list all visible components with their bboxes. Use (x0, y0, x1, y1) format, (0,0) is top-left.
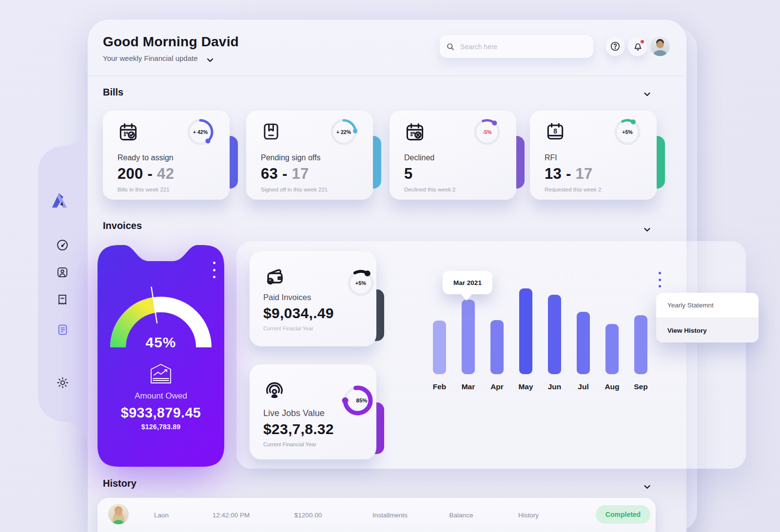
row-name: Laon (154, 498, 169, 532)
card-amount: $9,034,.49 (263, 305, 334, 322)
help-button[interactable] (605, 37, 625, 56)
bar-column-apr: Apr (483, 320, 511, 391)
amount-owed-label: Amount Owed (98, 391, 224, 401)
question-icon (610, 41, 621, 52)
card-footnote: Signed off in this week 221 (261, 187, 328, 192)
menu-item-view-history[interactable]: View History (656, 318, 759, 342)
gauge-percent: 45% (98, 334, 224, 351)
amount-owed-card[interactable]: 45% Amount Owed $933,879.45 $126,783.89 (98, 245, 224, 467)
speedometer-icon (56, 239, 69, 251)
row-avatar (108, 504, 129, 524)
amount-owed-value: $933,879.45 (98, 405, 224, 421)
menu-item-yearly-statement[interactable]: Yearly Statemnt (656, 293, 759, 318)
bar-column-sep: Sep (626, 315, 655, 391)
card-value: 200 - 42 (117, 165, 174, 183)
card-footnote: Current Financial Year (263, 441, 316, 447)
percent-badge: -5% (473, 118, 501, 146)
bar-column-jul: Jul (569, 312, 598, 391)
card-footnote: Requested this week 2 (545, 187, 601, 192)
phone-card-shape (98, 245, 224, 467)
chart-kebab-menu[interactable] (655, 272, 664, 287)
sidebar-item-contacts[interactable] (52, 262, 73, 283)
status-badge: Completed (596, 505, 650, 524)
bar-label-mar: Mar (462, 382, 475, 391)
history-table-row[interactable]: Laon 12:42:00 PM $1200.00 Installments B… (98, 498, 656, 532)
bar-jun[interactable] (548, 295, 561, 374)
subtitle-dropdown[interactable] (207, 56, 214, 64)
page-title: Good Morning David (103, 34, 239, 50)
bar-label-aug: Aug (604, 382, 619, 391)
sidebar-item-receipts[interactable] (52, 289, 73, 310)
calendar-8-icon: 8 (545, 121, 566, 145)
calendar-x-icon (404, 121, 426, 145)
bar-jul[interactable] (577, 312, 590, 374)
bar-label-jun: Jun (548, 382, 562, 391)
bar-column-jun: Jun (540, 295, 569, 391)
amount-owed-secondary: $126,783.89 (98, 423, 224, 431)
page-subtitle: Your weekly Financial update (103, 54, 198, 62)
bar-column-may: May (511, 288, 540, 391)
logo-icon (49, 190, 70, 211)
sidebar-item-settings[interactable] (52, 372, 73, 393)
bar-may[interactable] (519, 288, 532, 374)
book-bookmark-icon (261, 121, 281, 144)
card-title: Ready to assign (117, 153, 174, 162)
bar-feb[interactable] (433, 321, 446, 374)
bar-column-aug: Aug (598, 324, 626, 391)
receipt-icon (56, 293, 69, 306)
card-footnote: Bills in this week 221 (117, 187, 170, 192)
bar-aug[interactable] (605, 324, 619, 374)
card-title: Live Jobs Value (263, 408, 325, 418)
bills-collapse-button[interactable] (644, 90, 651, 98)
bar-apr[interactable] (490, 320, 504, 374)
live-jobs-value-card[interactable]: 85% Live Jobs Value $23,7,8.32 Current F… (250, 364, 376, 459)
kebab-menu-icon[interactable] (213, 262, 215, 278)
chart-tooltip-pointer (460, 293, 473, 301)
chevron-down-icon (207, 58, 214, 62)
paid-invoices-card[interactable]: +5% Paid Invoices $9,034,.49 Current Fin… (250, 251, 376, 346)
live-broadcast-icon (263, 381, 286, 405)
invoices-collapse-button[interactable] (644, 225, 651, 234)
card-title: Declined (404, 153, 434, 162)
calendar-check-icon (117, 121, 139, 145)
app-root: Good Morning David Your weekly Financial… (0, 0, 780, 532)
card-value: 5 (404, 165, 413, 183)
notification-dot (641, 40, 644, 43)
section-title-invoices: Invoices (103, 220, 142, 231)
sidebar-curve-bottom (62, 421, 88, 447)
bar-sep[interactable] (634, 315, 647, 374)
avatar-woman-image (108, 504, 129, 524)
bill-card-pending-sign-offs[interactable]: + 22% Pending sign offs 63 - 17 Signed o… (246, 111, 373, 200)
bar-label-jul: Jul (578, 382, 588, 391)
user-avatar[interactable] (650, 37, 670, 56)
notepad-icon (56, 323, 69, 336)
sidebar-item-dashboard[interactable] (52, 234, 73, 256)
avatar-man-image (650, 37, 670, 56)
wallet-check-icon (263, 265, 287, 290)
percent-badge: +5% (347, 269, 374, 297)
history-collapse-button[interactable] (644, 482, 651, 491)
bill-card-ready-to-assign[interactable]: + 42% Ready to assign 200 - 42 Bills in … (103, 111, 230, 200)
card-footnote: Declined this week 2 (404, 187, 455, 192)
card-title: Paid Invoices (263, 293, 311, 302)
bill-card-declined[interactable]: -5% Declined 5 Declined this week 2 (390, 111, 516, 200)
card-title: Pending sign offs (261, 153, 320, 162)
notifications-button[interactable] (628, 37, 647, 56)
search-input[interactable] (459, 42, 586, 51)
sidebar-item-notes[interactable] (52, 319, 73, 340)
contact-card-icon (56, 266, 69, 279)
section-title-history: History (103, 478, 136, 489)
row-history: History (518, 498, 539, 532)
bar-label-feb: Feb (433, 382, 447, 391)
gear-icon (56, 376, 69, 389)
bill-card-rfi[interactable]: 8 +5% RFI 13 - 17 Requested this week 2 (530, 111, 657, 200)
bar-chart: FebMarAprMayJunJulAugSep (425, 292, 655, 391)
search-icon (447, 42, 454, 51)
svg-text:8: 8 (553, 128, 557, 135)
bar-column-mar: Mar (454, 300, 483, 391)
bar-mar[interactable] (462, 300, 475, 374)
percent-badge: 85% (346, 384, 378, 417)
sidebar-curve-top (62, 121, 88, 146)
card-amount: $23,7,8.32 (263, 421, 334, 437)
app-logo[interactable] (49, 190, 70, 211)
